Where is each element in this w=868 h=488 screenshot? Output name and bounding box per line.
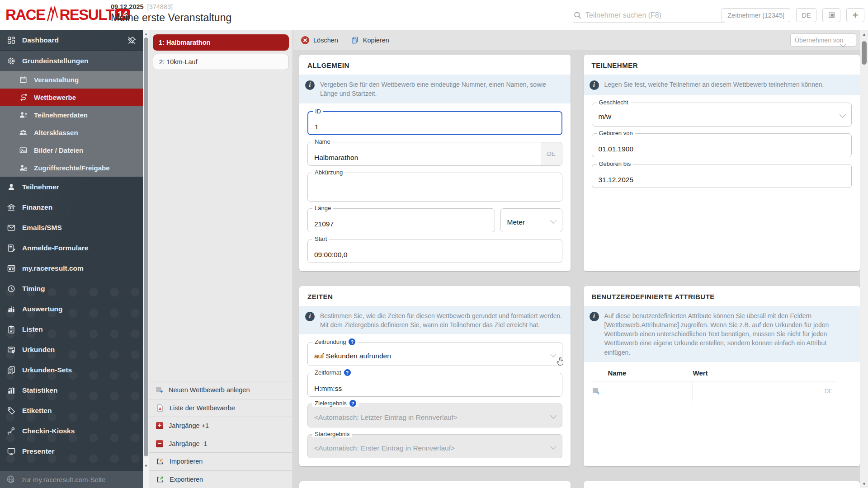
sidebar-item-grundeinstellungen[interactable]: Grundeinstellungen xyxy=(0,51,143,71)
sidebar-item-label: Auswertung xyxy=(22,305,63,313)
help-icon[interactable]: ? xyxy=(349,400,356,407)
search-input[interactable] xyxy=(585,11,725,19)
chevron-down-icon xyxy=(840,113,845,118)
import-button[interactable]: Importieren xyxy=(149,452,292,470)
window-mode-button[interactable] xyxy=(822,8,840,22)
competition-item-10km[interactable]: 2: 10km-Lauf xyxy=(153,54,289,70)
sidebar-item-checkin-kiosks[interactable]: Checkin-Kiosks xyxy=(0,421,143,441)
attribute-wert-cell[interactable]: DE xyxy=(693,381,838,401)
abbreviation-field[interactable]: Abkürzung xyxy=(307,173,562,202)
field-label: Start xyxy=(312,235,329,242)
attribute-name-cell[interactable] xyxy=(605,381,693,401)
help-icon[interactable]: ? xyxy=(349,338,355,345)
info-icon: i xyxy=(305,80,315,90)
action-label: Exportieren xyxy=(170,476,203,483)
sidebar-item-presenter[interactable]: Presenter xyxy=(0,441,143,461)
sidebar-item-veranstaltung[interactable]: Veranstaltung xyxy=(0,71,143,89)
sidebar-item-auswertung[interactable]: Auswertung xyxy=(0,299,143,319)
finish-result-select[interactable]: Zielergebnis ? <Automatisch: Letzter Ein… xyxy=(307,404,562,427)
scroll-down-arrow[interactable]: ▼ xyxy=(860,482,868,486)
start-time-field[interactable]: Start xyxy=(307,239,562,263)
time-rounding-select[interactable]: Zeitrundung ? auf Sekunden aufrunden xyxy=(307,342,562,366)
chevron-down-icon xyxy=(551,219,556,224)
unpin-icon[interactable] xyxy=(127,36,137,45)
scrollbar-thumb[interactable] xyxy=(862,41,867,65)
sidebar-item-teilnehmerdaten[interactable]: Teilnehmerdaten xyxy=(0,106,143,124)
sidebar-item-statistiken[interactable]: Statistiken xyxy=(0,380,143,400)
export-icon xyxy=(156,475,164,483)
main-scrollbar[interactable]: ▲ ▼ xyxy=(860,30,868,488)
sidebar-item-label: Grundeinstellungen xyxy=(22,57,88,65)
unit-select[interactable]: Meter xyxy=(500,208,562,232)
time-format-input[interactable] xyxy=(308,373,562,396)
card-attribute: BENUTZERDEFINIERTE ATTRIBUTE i Auf diese… xyxy=(584,286,860,467)
info-icon: i xyxy=(590,312,599,321)
timekeeper-button[interactable]: Zeitnehmer [12345] xyxy=(722,8,790,22)
copy-icon xyxy=(351,36,359,44)
length-input[interactable] xyxy=(308,209,495,232)
sidebar-item-bilder-dateien[interactable]: Bilder / Dateien xyxy=(0,141,143,159)
export-button[interactable]: Exportieren xyxy=(149,470,292,488)
abbreviation-input[interactable] xyxy=(308,173,562,201)
id-input[interactable] xyxy=(308,112,561,134)
name-field[interactable]: Name DE xyxy=(307,142,562,166)
new-competition-button[interactable]: + Neuen Wettbewerb anlegen xyxy=(149,381,292,399)
name-input[interactable] xyxy=(308,142,562,165)
card-title: ALLGEMEIN xyxy=(299,55,571,75)
years-minus-button[interactable]: − Jahrgänge -1 xyxy=(149,435,292,453)
help-icon[interactable]: ? xyxy=(344,369,351,376)
sidebar-item-zugriffsrechte[interactable]: Zugriffsrechte/Freigabe xyxy=(0,159,143,177)
add-button[interactable]: + xyxy=(846,8,864,22)
delete-x-icon xyxy=(301,36,309,44)
sidebar-item-etiketten[interactable]: Etiketten xyxy=(0,400,143,421)
start-time-input[interactable] xyxy=(308,239,562,263)
delete-label: Löschen xyxy=(313,37,338,44)
add-row-icon[interactable]: + xyxy=(592,381,605,401)
gender-select[interactable]: Geschlecht m/w xyxy=(592,103,852,127)
sidebar-scrollbar[interactable]: ▲ ▼ xyxy=(143,30,149,488)
scroll-up-arrow[interactable]: ▲ xyxy=(860,32,868,37)
language-button[interactable]: DE xyxy=(796,8,816,22)
id-field[interactable]: ID xyxy=(307,111,562,135)
sidebar-item-emails-sms[interactable]: Emails/SMS xyxy=(0,217,143,238)
competition-list-pdf-button[interactable]: Liste der Wettbewerbe xyxy=(149,399,292,417)
participant-search[interactable] xyxy=(573,8,725,23)
my-raceresult-footer-link[interactable]: zur my.raceresult.com-Seite xyxy=(0,471,143,488)
field-label: Länge xyxy=(312,205,333,211)
sidebar-item-wettbewerbe[interactable]: Wettbewerbe xyxy=(0,89,143,106)
time-format-field[interactable]: Zeitformat ? xyxy=(307,373,562,397)
start-result-select[interactable]: Startergebnis <Automatisch: Erster Eintr… xyxy=(307,434,562,458)
sidebar-item-listen[interactable]: Listen xyxy=(0,319,143,339)
copy-label: Kopieren xyxy=(363,37,389,44)
sidebar-item-urkunden-sets[interactable]: Urkunden-Sets xyxy=(0,360,143,380)
apply-from-dropdown[interactable]: Übernehmen von xyxy=(790,33,856,47)
sidebar-item-altersklassen[interactable]: Altersklassen xyxy=(0,124,143,141)
length-field[interactable]: Länge xyxy=(307,208,495,232)
sidebar-item-anmelde-formulare[interactable]: Anmelde-Formulare xyxy=(0,238,143,258)
delete-button[interactable]: Löschen xyxy=(301,36,338,44)
scroll-down-arrow[interactable]: ▼ xyxy=(143,464,149,468)
sidebar-item-dashboard[interactable]: Dashboard xyxy=(0,30,143,51)
clock-icon xyxy=(7,284,16,293)
attribute-wert-input[interactable] xyxy=(693,381,825,401)
event-number: [374883] xyxy=(147,3,173,10)
sidebar-item-urkunden[interactable]: Urkunden xyxy=(0,339,143,360)
sidebar-item-finanzen[interactable]: Finanzen xyxy=(0,197,143,217)
attribute-row: + DE xyxy=(592,381,838,401)
attribute-name-input[interactable] xyxy=(605,381,693,401)
copy-button[interactable]: Kopieren xyxy=(351,36,389,44)
born-from-input[interactable] xyxy=(592,134,852,157)
competition-item-halbmarathon[interactable]: 1: Halbmarathon xyxy=(153,34,289,51)
scrollbar-thumb[interactable] xyxy=(144,38,148,456)
born-to-input[interactable] xyxy=(592,164,852,188)
sidebar-item-my-raceresult[interactable]: my.raceresult.com xyxy=(0,258,143,278)
footer-link-label: zur my.raceresult.com-Seite xyxy=(22,476,106,483)
scroll-up-arrow[interactable]: ▲ xyxy=(143,32,149,36)
years-plus-button[interactable]: + Jahrgänge +1 xyxy=(149,417,292,435)
action-label: Neuen Wettbewerb anlegen xyxy=(169,386,250,394)
language-tab[interactable]: DE xyxy=(541,142,562,165)
born-from-field[interactable]: Geboren von xyxy=(592,133,852,157)
sidebar-item-timing[interactable]: Timing xyxy=(0,278,143,299)
sidebar-item-teilnehmer[interactable]: Teilnehmer xyxy=(0,177,143,197)
born-to-field[interactable]: Geboren bis xyxy=(592,164,852,188)
